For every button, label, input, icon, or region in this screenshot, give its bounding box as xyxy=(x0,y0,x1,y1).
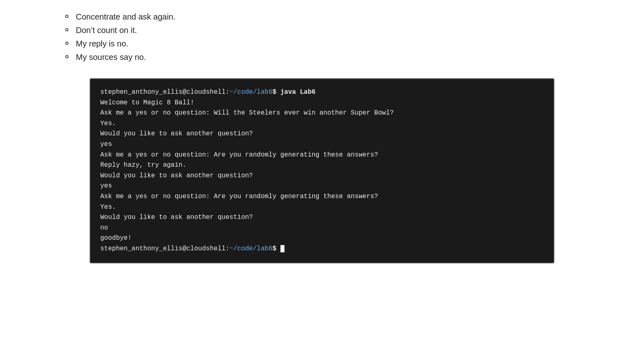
terminal-input: yes xyxy=(100,139,544,150)
terminal-path-end: ~/code/lab6 xyxy=(229,245,273,252)
terminal-output: Ask me a yes or no question: Are you ran… xyxy=(100,150,544,161)
bullet-icon xyxy=(65,15,68,18)
bullet-icon xyxy=(65,42,68,45)
terminal-output: Ask me a yes or no question: Will the St… xyxy=(100,108,544,119)
terminal-command-end: $ xyxy=(272,245,280,252)
bullet-icon xyxy=(65,28,68,31)
terminal-command: $ java Lab6 xyxy=(272,88,315,96)
list-item: Don’t count on it. xyxy=(65,26,579,35)
bullet-list: Concentrate and ask again. Don’t count o… xyxy=(65,12,579,62)
terminal-input: no xyxy=(100,223,544,234)
bullet-icon xyxy=(65,55,68,58)
list-item: My reply is no. xyxy=(65,39,579,49)
terminal-output: Would you like to ask another question? xyxy=(100,212,544,223)
list-item-text: Concentrate and ask again. xyxy=(76,12,176,22)
terminal-input: yes xyxy=(100,181,544,192)
terminal-output: Yes. xyxy=(100,202,544,213)
terminal-line-final: stephen_anthony_ellis@cloudshell:~/code/… xyxy=(100,244,544,254)
terminal-prompt-end: stephen_anthony_ellis@cloudshell: xyxy=(100,245,229,252)
list-item-text: Don’t count on it. xyxy=(76,26,137,35)
terminal-output: Yes. xyxy=(100,119,544,129)
terminal-line-1: stephen_anthony_ellis@cloudshell:~/code/… xyxy=(100,87,544,98)
terminal-cursor xyxy=(280,245,285,252)
terminal-output: Welcome to Magic 8 Ball! xyxy=(100,98,544,108)
terminal-output: goodbye! xyxy=(100,233,544,244)
terminal-path: ~/code/lab6 xyxy=(229,88,273,96)
list-item: Concentrate and ask again. xyxy=(65,12,579,22)
terminal-window: stephen_anthony_ellis@cloudshell:~/code/… xyxy=(90,78,554,263)
terminal-output: Reply hazy, try again. xyxy=(100,160,544,171)
terminal-output: Would you like to ask another question? xyxy=(100,171,544,181)
list-item: My sources say no. xyxy=(65,53,579,62)
terminal-prompt: stephen_anthony_ellis@cloudshell: xyxy=(100,88,229,96)
list-item-text: My sources say no. xyxy=(76,53,146,62)
list-item-text: My reply is no. xyxy=(76,39,128,49)
terminal-output: Ask me a yes or no question: Are you ran… xyxy=(100,192,544,202)
terminal-output: Would you like to ask another question? xyxy=(100,129,544,139)
